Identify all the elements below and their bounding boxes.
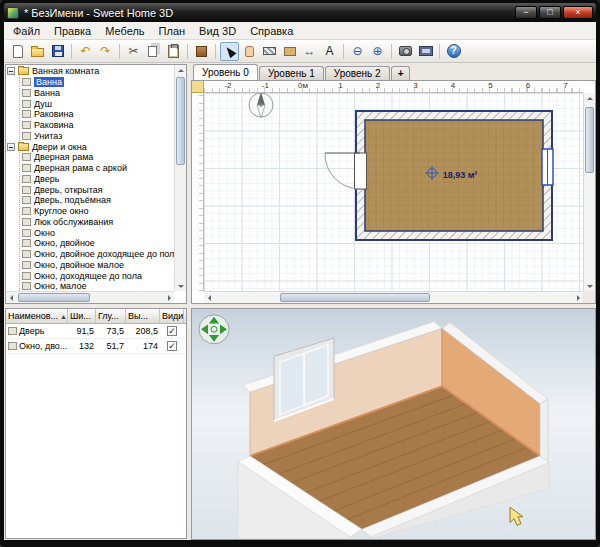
menu-item[interactable]: Вид 3D bbox=[192, 23, 243, 39]
catalog-item[interactable]: Круглое окно bbox=[22, 206, 174, 217]
ruler-corner[interactable] bbox=[192, 81, 204, 93]
level-tab[interactable]: Уровень 0 bbox=[193, 64, 258, 80]
scroll-down-arrow-icon[interactable] bbox=[584, 281, 596, 291]
table-column-header[interactable]: Вы... bbox=[126, 309, 160, 323]
add-text-button[interactable]: A bbox=[320, 42, 339, 61]
plan-canvas[interactable]: 18,93 м² bbox=[204, 93, 583, 291]
add-level-tab[interactable]: + bbox=[391, 66, 411, 80]
scroll-up-arrow-icon[interactable] bbox=[175, 65, 187, 75]
table-column-header[interactable]: Наименов...▲ bbox=[6, 309, 68, 323]
catalog-item[interactable]: Раковина bbox=[22, 120, 174, 131]
furniture-row[interactable]: Дверь91,573,5208,5✓ bbox=[6, 324, 186, 339]
scroll-left-arrow-icon[interactable] bbox=[6, 292, 16, 304]
catalog-vertical-scrollbar[interactable] bbox=[174, 65, 186, 291]
menu-item[interactable]: Файл bbox=[6, 23, 47, 39]
3d-navigation-control[interactable] bbox=[199, 315, 229, 344]
catalog-item[interactable]: Ванна bbox=[22, 88, 174, 99]
catalog-item[interactable]: Дверь, подъёмная bbox=[22, 195, 174, 206]
menu-item[interactable]: Справка bbox=[243, 23, 300, 39]
level-tab[interactable]: Уровень 2 bbox=[325, 66, 390, 80]
catalog-item[interactable]: Окно, доходящее до пола bbox=[22, 270, 174, 281]
tree-collapse-toggle-icon[interactable] bbox=[7, 67, 15, 75]
catalog-item[interactable]: Окно, малое bbox=[22, 281, 174, 291]
catalog-item[interactable]: Дверь, открытая bbox=[22, 184, 174, 195]
plan-compass-icon[interactable] bbox=[249, 93, 273, 118]
open-button[interactable] bbox=[28, 42, 47, 61]
add-furniture-button[interactable] bbox=[192, 42, 211, 61]
menu-item[interactable]: План bbox=[152, 23, 193, 39]
catalog-item[interactable]: Дверная рама с аркой bbox=[22, 163, 174, 174]
minimize-button[interactable]: − bbox=[515, 6, 537, 19]
scroll-left-arrow-icon[interactable] bbox=[204, 292, 214, 304]
paste-button[interactable] bbox=[164, 42, 183, 61]
catalog-item[interactable]: Окно bbox=[22, 227, 174, 238]
cut-button[interactable]: ✂ bbox=[124, 42, 143, 61]
level-tab[interactable]: Уровень 1 bbox=[259, 66, 324, 80]
close-button[interactable]: × bbox=[563, 6, 593, 19]
plan-vertical-scrollbar[interactable] bbox=[583, 93, 595, 291]
catalog-item[interactable]: Унитаз bbox=[22, 131, 174, 142]
3d-view[interactable] bbox=[191, 308, 596, 540]
zoom-in-button[interactable]: ⊕ bbox=[368, 42, 387, 61]
title-bar[interactable]: * БезИмени - Sweet Home 3D − □ × bbox=[4, 3, 596, 22]
visibility-checkbox[interactable]: ✓ bbox=[167, 341, 177, 351]
scroll-up-arrow-icon[interactable] bbox=[584, 93, 596, 103]
zoom-out-icon: ⊖ bbox=[352, 45, 362, 57]
create-dimensions-button[interactable]: ↔ bbox=[300, 42, 319, 61]
vertical-scrollbar-thumb[interactable] bbox=[585, 107, 594, 173]
select-tool-button[interactable] bbox=[220, 42, 239, 61]
create-photo-button[interactable] bbox=[396, 42, 415, 61]
table-column-header[interactable]: Глу... bbox=[96, 309, 126, 323]
menu-item[interactable]: Мебель bbox=[98, 23, 151, 39]
catalog-item[interactable]: Окно, двойное bbox=[22, 238, 174, 249]
catalog-category-items: ВаннаВаннаДушРаковинаРаковинаУнитаз bbox=[19, 77, 174, 142]
catalog-item[interactable]: Окно, двойное доходящее до пола bbox=[22, 249, 174, 260]
furniture-thumbnail-icon bbox=[22, 110, 31, 118]
menu-item[interactable]: Правка bbox=[47, 23, 98, 39]
door[interactable] bbox=[325, 153, 367, 189]
catalog-item[interactable]: Дверная рама bbox=[22, 152, 174, 163]
save-floppy-icon bbox=[52, 45, 64, 57]
pan-tool-button[interactable] bbox=[240, 42, 259, 61]
horizontal-scrollbar-thumb[interactable] bbox=[18, 293, 90, 302]
maximize-button[interactable]: □ bbox=[539, 6, 561, 19]
catalog-category[interactable]: Двери и окна bbox=[7, 141, 174, 152]
redo-button[interactable]: ↷ bbox=[96, 42, 115, 61]
vertical-scrollbar-thumb[interactable] bbox=[176, 77, 185, 165]
scroll-right-arrow-icon[interactable] bbox=[573, 292, 583, 304]
catalog-item[interactable]: Душ bbox=[22, 98, 174, 109]
table-column-header[interactable]: Види... bbox=[160, 309, 184, 323]
create-walls-button[interactable] bbox=[260, 42, 279, 61]
furniture-thumbnail-icon bbox=[22, 229, 31, 237]
save-button[interactable] bbox=[48, 42, 67, 61]
folder-icon bbox=[18, 143, 29, 151]
plan-horizontal-scrollbar[interactable] bbox=[204, 291, 583, 303]
furniture-row[interactable]: Окно, дво...13251,7174✓ bbox=[6, 339, 186, 354]
window[interactable] bbox=[542, 149, 553, 185]
create-video-button[interactable] bbox=[416, 42, 435, 61]
furniture-thumbnail-icon bbox=[22, 89, 31, 97]
zoom-out-button[interactable]: ⊖ bbox=[348, 42, 367, 61]
ruler-number: 7 bbox=[563, 81, 567, 90]
catalog-item[interactable]: Люк обслуживания bbox=[22, 217, 174, 228]
undo-button[interactable]: ↶ bbox=[76, 42, 95, 61]
create-rooms-button[interactable] bbox=[280, 42, 299, 61]
furniture-size-cell: 174 bbox=[126, 341, 160, 351]
catalog-item[interactable]: Раковина bbox=[22, 109, 174, 120]
copy-button[interactable] bbox=[144, 42, 163, 61]
catalog-item[interactable]: Дверь bbox=[22, 174, 174, 185]
tree-collapse-toggle-icon[interactable] bbox=[7, 143, 15, 151]
table-column-header[interactable]: Ши... bbox=[68, 309, 96, 323]
catalog-category[interactable]: Ванная комната bbox=[7, 66, 174, 77]
help-button[interactable]: ? bbox=[444, 42, 463, 61]
furniture-thumbnail-icon bbox=[22, 272, 31, 280]
horizontal-scrollbar-thumb[interactable] bbox=[280, 293, 430, 302]
scroll-right-arrow-icon[interactable] bbox=[164, 292, 174, 304]
catalog-item[interactable]: Ванна bbox=[22, 77, 174, 88]
scroll-down-arrow-icon[interactable] bbox=[175, 281, 187, 291]
catalog-item[interactable]: Окно, двойное малое bbox=[22, 260, 174, 271]
catalog-horizontal-scrollbar[interactable] bbox=[6, 291, 174, 303]
visibility-checkbox[interactable]: ✓ bbox=[167, 326, 177, 336]
new-plan-button[interactable] bbox=[8, 42, 27, 61]
toolbar-separator bbox=[119, 44, 120, 59]
